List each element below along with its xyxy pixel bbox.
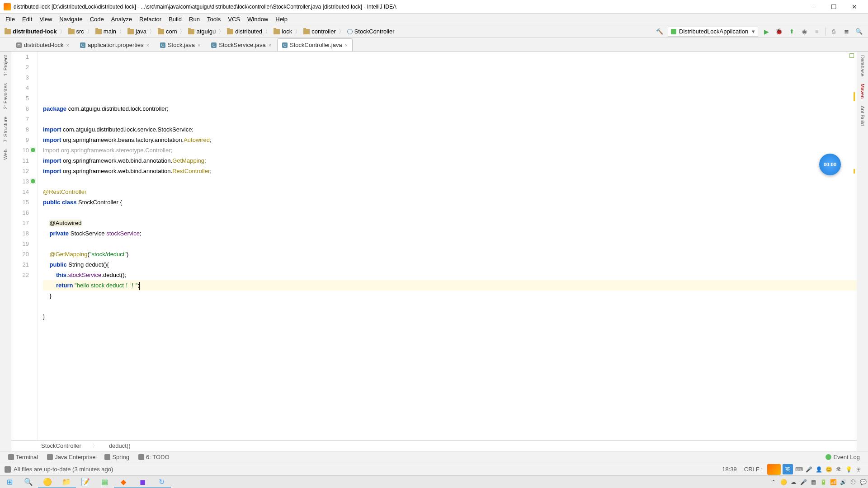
tray-wifi-icon[interactable]: 📶 [828,476,838,488]
code-line[interactable]: } [43,291,857,301]
breadcrumb-atguigu[interactable]: atguigu [186,28,217,35]
search-taskbar-button[interactable]: 🔍 [19,476,38,488]
line-number[interactable]: 16 [11,207,29,218]
line-number[interactable]: 19 [11,239,29,249]
breadcrumb-lock[interactable]: lock [272,28,294,35]
app-taskbar-icon[interactable]: ▦ [95,476,114,488]
tray-chevron-icon[interactable]: ⌃ [769,476,778,488]
chrome-taskbar-icon[interactable]: 🟡 [38,476,57,488]
line-number[interactable]: 10 [11,145,29,155]
line-number[interactable]: 7 [11,114,29,124]
notepad-taskbar-icon[interactable]: 📝 [76,476,95,488]
build-button[interactable]: 🔨 [654,27,665,37]
menu-file[interactable]: File [2,14,19,24]
debug-button[interactable]: 🐞 [774,27,784,37]
left-tool-7--structure[interactable]: 7: Structure [3,113,8,146]
code-line[interactable]: import org.springframework.web.bind.anno… [43,155,857,166]
menu-tools[interactable]: Tools [203,14,224,24]
line-number[interactable]: 1 [11,52,29,62]
notifications-icon[interactable]: 💬 [858,476,868,488]
code-line[interactable]: @RestController [43,187,857,197]
line-number[interactable]: 18 [11,228,29,239]
menu-help[interactable]: Help [272,14,291,24]
run-config-select[interactable]: DistributedLockApplication ▾ [668,27,758,37]
explorer-taskbar-icon[interactable]: 📁 [57,476,76,488]
right-tool-maven[interactable]: Maven [860,80,865,102]
stop-button[interactable]: ■ [811,27,822,37]
menu-view[interactable]: View [36,14,56,24]
right-tool-database[interactable]: Database [860,52,865,80]
close-tab-icon[interactable]: × [198,42,200,48]
minimize-button[interactable]: ─ [803,0,824,13]
menu-vcs[interactable]: VCS [224,14,244,24]
spring-gutter-icon[interactable] [30,147,36,153]
code-line[interactable]: this.stockService.deduct(); [43,270,857,280]
line-separator[interactable]: CRLF : [741,466,766,473]
menu-window[interactable]: Window [244,14,272,24]
tray-mic-icon[interactable]: 🎤 [798,476,808,488]
ime-lang-button[interactable]: 英 [783,464,793,474]
event-log-tab[interactable]: Event Log [821,452,864,462]
line-number[interactable]: 5 [11,93,29,103]
code-line[interactable]: @Autowired [43,218,857,228]
coverage-button[interactable]: ⬆ [786,27,797,37]
code-line[interactable]: import org.springframework.beans.factory… [43,135,857,145]
bottom-tab-6--todo[interactable]: 6: TODO [134,452,174,462]
bottom-tab-java-enterprise[interactable]: Java Enterprise [42,452,100,462]
code-line[interactable] [43,114,857,124]
structure-button[interactable]: ≣ [841,27,852,37]
line-number[interactable]: 9 [11,135,29,145]
timer-badge[interactable]: 00:00 [819,154,841,175]
ime-icon-4[interactable]: 😊 [825,466,832,473]
run-button[interactable]: ▶ [761,27,772,37]
search-button[interactable]: 🔍 [854,27,864,37]
left-tool-web[interactable]: Web [3,146,8,163]
menu-code[interactable]: Code [86,14,108,24]
profile-button[interactable]: ◉ [799,27,810,37]
breadcrumb-main[interactable]: main [94,28,118,35]
code-line[interactable] [43,239,857,249]
line-number[interactable]: 12 [11,166,29,176]
editor[interactable]: 12345678910111213141516171819202122 pack… [11,52,857,440]
line-number[interactable]: 4 [11,83,29,93]
code-line[interactable]: public class StockController { [43,197,857,207]
code-line[interactable]: private StockService stockService; [43,228,857,239]
tab-distributed-lock[interactable]: mdistributed-lock× [11,38,74,51]
breadcrumb-controller[interactable]: controller [302,28,337,35]
app2-taskbar-icon[interactable]: ◆ [114,476,133,488]
inspection-indicator-icon[interactable] [849,53,854,58]
menu-analyze[interactable]: Analyze [108,14,136,24]
code-line[interactable]: @GetMapping("stock/deduct") [43,249,857,259]
ime-icon-3[interactable]: 👤 [815,466,822,473]
line-number[interactable]: 8 [11,124,29,135]
line-number[interactable]: 13 [11,176,29,187]
line-number[interactable]: 15 [11,197,29,207]
ime-icon-7[interactable]: ⊞ [855,466,862,473]
gutter[interactable]: 12345678910111213141516171819202122 [11,52,38,440]
close-tab-icon[interactable]: × [345,42,348,48]
left-tool-2--favorites[interactable]: 2: Favorites [3,80,8,113]
right-tool-ant-build[interactable]: Ant Build [860,102,865,129]
menu-run[interactable]: Run [185,14,203,24]
tray-icon-1[interactable]: 🟡 [778,476,788,488]
code-area[interactable]: package com.atguigu.distributed.lock.con… [38,52,857,440]
ime-icon-2[interactable]: 🎤 [805,466,812,473]
code-line[interactable] [43,301,857,311]
code-line[interactable]: } [43,311,857,322]
intellij-taskbar-icon[interactable]: ◼ [133,476,152,488]
line-number[interactable]: 14 [11,187,29,197]
ime-icon-6[interactable]: 💡 [845,466,852,473]
tray-icon-2[interactable]: ☁ [788,476,798,488]
spring-gutter-icon[interactable] [30,178,36,184]
code-line[interactable]: public String deduct(){ [43,259,857,270]
ime-sogou-icon[interactable] [767,464,781,475]
code-line[interactable] [43,207,857,218]
code-line[interactable]: import org.springframework.stereotype.Co… [43,145,857,155]
ime-icon-5[interactable]: 🛠 [835,466,842,473]
breadcrumb-StockController[interactable]: StockController [345,28,396,35]
code-line[interactable] [43,176,857,187]
breadcrumb-distributed-lock[interactable]: distributed-lock [3,28,59,35]
code-line[interactable] [43,322,857,332]
line-number[interactable]: 3 [11,72,29,83]
cursor-position[interactable]: 18:39 [718,466,741,473]
